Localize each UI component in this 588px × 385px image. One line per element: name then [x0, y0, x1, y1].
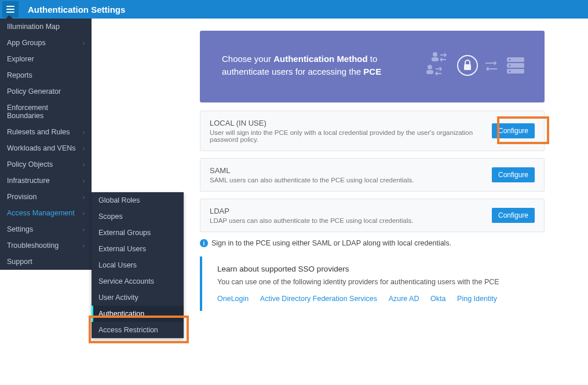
auth-card-saml: SAML SAML users can also authenticate to… — [200, 158, 545, 192]
nav-provision[interactable]: Provision› — [0, 189, 92, 205]
submenu-external-groups[interactable]: External Groups — [92, 225, 184, 241]
banner-prefix: Choose your — [222, 54, 273, 64]
submenu-label: Authentication — [98, 310, 144, 318]
svg-point-9 — [509, 59, 511, 61]
nav-enforcement-boundaries[interactable]: Enforcement Boundaries — [0, 100, 92, 124]
svg-rect-1 — [432, 57, 439, 61]
chevron-right-icon: › — [83, 40, 85, 46]
chevron-right-icon: › — [83, 129, 85, 135]
card-desc-ldap: LDAP users can also authenticate to the … — [210, 217, 492, 224]
nav-label: Workloads and VENs — [7, 144, 76, 152]
chevron-right-icon: › — [83, 194, 85, 200]
nav-label: Policy Generator — [7, 87, 61, 96]
configure-saml-button[interactable]: Configure — [492, 167, 535, 182]
nav-label: Rulesets and Rules — [7, 128, 70, 136]
card-title-ldap: LDAP — [210, 207, 492, 215]
sso-desc: You can use one of the following identit… — [217, 278, 545, 286]
svg-point-11 — [509, 71, 511, 72]
nav-infrastructure[interactable]: Infrastructure› — [0, 173, 92, 189]
sso-link-okta[interactable]: Okta — [430, 295, 445, 303]
chevron-right-icon: › — [83, 210, 85, 217]
banner-graphic — [419, 49, 527, 82]
submenu-scopes[interactable]: Scopes — [92, 208, 184, 225]
sso-link-onelogin[interactable]: OneLogin — [217, 295, 249, 303]
sso-title: Learn about supported SSO providers — [217, 265, 545, 273]
nav-support[interactable]: Support — [0, 254, 92, 270]
nav-reports[interactable]: Reports — [0, 67, 92, 83]
chevron-right-icon: › — [83, 226, 85, 233]
banner-bold1: Authentication Method — [273, 54, 367, 64]
nav-illumination-map[interactable]: Illumination Map — [0, 19, 92, 35]
banner-bold2: PCE — [363, 67, 381, 76]
nav-label: Provision — [7, 193, 36, 201]
svg-rect-3 — [426, 70, 433, 74]
sidebar: Illumination Map App Groups› Explorer Re… — [0, 19, 92, 270]
nav-label: Explorer — [7, 55, 34, 63]
nav-label: Support — [7, 258, 32, 266]
sso-provider-block: Learn about supported SSO providers You … — [200, 256, 545, 311]
nav-app-groups[interactable]: App Groups› — [0, 35, 92, 51]
submenu-access-restriction[interactable]: Access Restriction — [92, 322, 184, 338]
nav-troubleshooting[interactable]: Troubleshooting› — [0, 237, 92, 254]
nav-settings[interactable]: Settings› — [0, 221, 92, 237]
nav-label: Troubleshooting — [7, 241, 59, 250]
card-desc-saml: SAML users can also authenticate to the … — [210, 177, 492, 184]
nav-label: Illumination Map — [7, 23, 60, 31]
submenu-label: Scopes — [98, 212, 123, 221]
page-title: Authentication Settings — [28, 5, 125, 14]
svg-point-0 — [433, 52, 437, 57]
sso-link-adfs[interactable]: Active Directory Federation Services — [260, 295, 377, 303]
submenu-service-accounts[interactable]: Service Accounts — [92, 273, 184, 289]
submenu-authentication[interactable]: Authentication — [92, 306, 184, 322]
lock-circle-icon — [456, 54, 479, 76]
svg-point-10 — [509, 65, 511, 67]
configure-local-button[interactable]: Configure — [492, 123, 535, 138]
sso-links: OneLogin Active Directory Federation Ser… — [217, 294, 545, 303]
submenu-external-users[interactable]: External Users — [92, 241, 184, 257]
card-left: SAML SAML users can also authenticate to… — [210, 166, 492, 184]
submenu-label: Service Accounts — [98, 277, 154, 285]
nav-label: Policy Objects — [7, 160, 53, 168]
sso-link-azure-ad[interactable]: Azure AD — [389, 295, 419, 303]
card-desc-local: User will sign into the PCE only with a … — [210, 129, 492, 143]
auth-card-ldap: LDAP LDAP users can also authenticate to… — [200, 199, 545, 232]
nav-policy-generator[interactable]: Policy Generator — [0, 83, 92, 100]
hamburger-icon — [6, 5, 15, 14]
auth-banner: Choose your Authentication Method to aut… — [200, 31, 545, 102]
info-line: i Sign in to the PCE using either SAML o… — [200, 239, 545, 247]
top-bar: Authentication Settings — [0, 0, 588, 19]
nav-label: Enforcement Boundaries — [7, 104, 85, 120]
configure-ldap-button[interactable]: Configure — [492, 208, 535, 223]
chevron-right-icon: › — [83, 145, 85, 152]
info-text: Sign in to the PCE using either SAML or … — [211, 239, 451, 247]
submenu-local-users[interactable]: Local Users — [92, 257, 184, 273]
submenu-global-roles[interactable]: Global Roles — [92, 192, 184, 208]
nav-label: Settings — [7, 225, 33, 233]
info-icon: i — [200, 239, 208, 247]
svg-rect-5 — [464, 64, 471, 70]
svg-point-2 — [428, 65, 432, 69]
submenu-label: Global Roles — [98, 196, 140, 204]
nav-workloads-and-vens[interactable]: Workloads and VENs› — [0, 140, 92, 156]
submenu-label: Local Users — [98, 261, 137, 269]
nav-policy-objects[interactable]: Policy Objects› — [0, 156, 92, 173]
nav-explorer[interactable]: Explorer — [0, 51, 92, 67]
nav-label: Access Management — [7, 209, 75, 217]
sso-link-ping-identity[interactable]: Ping Identity — [457, 295, 497, 303]
card-title-local: LOCAL (IN USE) — [210, 119, 492, 127]
submenu-label: External Groups — [98, 229, 151, 237]
nav-label: Infrastructure — [7, 177, 50, 185]
auth-card-local: LOCAL (IN USE) User will sign into the P… — [200, 111, 545, 151]
nav-rulesets-and-rules[interactable]: Rulesets and Rules› — [0, 124, 92, 140]
users-icon — [419, 49, 452, 82]
nav-label: App Groups — [7, 39, 46, 47]
chevron-right-icon: › — [83, 178, 85, 184]
access-management-submenu: Global Roles Scopes External Groups Exte… — [92, 192, 184, 338]
submenu-label: Access Restriction — [98, 326, 158, 334]
arrows-icon — [483, 57, 499, 74]
submenu-user-activity[interactable]: User Activity — [92, 289, 184, 306]
nav-label: Reports — [7, 71, 32, 79]
nav-access-management[interactable]: Access Management› — [0, 205, 92, 221]
card-left: LDAP LDAP users can also authenticate to… — [210, 207, 492, 224]
card-left: LOCAL (IN USE) User will sign into the P… — [210, 119, 492, 143]
